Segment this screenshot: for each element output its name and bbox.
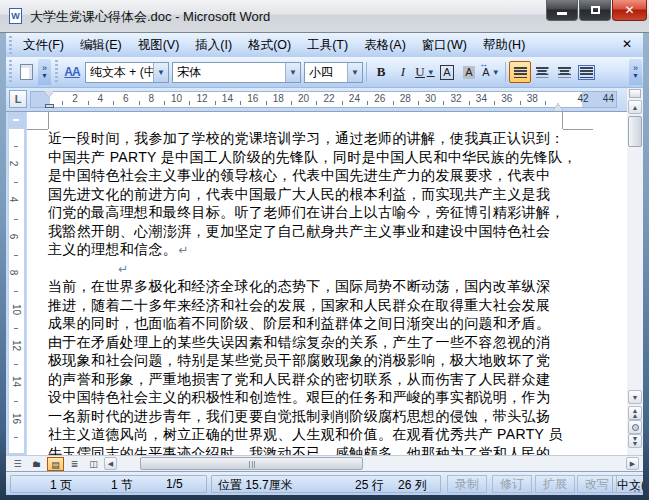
status-mode-1[interactable]: 修订 xyxy=(492,475,532,493)
character-shading-button[interactable]: A xyxy=(458,61,480,83)
right-indent-marker[interactable] xyxy=(553,98,563,111)
menu-item[interactable]: 窗口(W) xyxy=(414,34,475,57)
toolbar-options-button[interactable]: » ▼ xyxy=(629,59,642,85)
underline-icon: U xyxy=(415,64,424,80)
menu-item[interactable]: 工具(T) xyxy=(299,34,356,57)
document-line[interactable]: 的声誉和形象，严重地损害了党和人民群众的密切联系，从而伤害了人民群众建 xyxy=(48,370,550,389)
line-text: 主义的理想和信念。 xyxy=(48,241,177,257)
close-document-icon[interactable]: ✕ xyxy=(619,37,635,51)
menu-item[interactable]: 插入(I) xyxy=(187,34,240,57)
font-size-value: 小四 xyxy=(305,64,347,81)
styles-and-formatting-button[interactable]: AA xyxy=(61,61,83,83)
document-line[interactable]: 成果的同时，也面临着不同阶级、阶层和利益群体之间日渐突出的问题和矛盾。 xyxy=(48,314,550,333)
document-line[interactable]: ↵ xyxy=(117,259,128,278)
underline-button[interactable]: U ▼ xyxy=(414,61,436,83)
document-line[interactable]: 是中国特色社会主义事业的领导核心，代表中国先进生产力的发展要求，代表中 xyxy=(48,166,550,185)
ruler-number: 22 xyxy=(323,93,334,104)
ruler-row: L 24681012141618202224262830323436384244 xyxy=(6,88,643,111)
menu-item[interactable]: 编辑(E) xyxy=(72,34,130,57)
outline-view-button[interactable]: ≣ xyxy=(66,457,83,471)
document-line[interactable]: 近一段时间，我参加了学校的党课培训学习，通过老师的讲解，使我真正认识到： xyxy=(48,129,565,148)
font-size-combobox[interactable]: 小四 ▼ xyxy=(304,62,363,83)
align-left-button[interactable] xyxy=(509,61,531,83)
ruler-tick xyxy=(14,146,18,147)
document-line[interactable]: 中国共产 PARTY 是中国工人阶级的先锋队，同时是中国人民和中华民族的先锋队， xyxy=(48,148,577,167)
print-layout-view-button[interactable]: ▤ xyxy=(47,457,64,471)
dropdown-arrow-icon[interactable]: ▼ xyxy=(153,63,168,82)
menu-item[interactable]: 视图(V) xyxy=(130,34,188,57)
split-handle[interactable] xyxy=(629,89,641,98)
previous-page-button[interactable]: ▲▲ xyxy=(628,406,642,420)
maximize-button[interactable] xyxy=(579,0,611,21)
toolbar-options-button[interactable]: » ▼ xyxy=(38,59,51,85)
chevron-right-icon: » xyxy=(42,65,47,72)
status-mode-3[interactable]: 改写 xyxy=(577,475,617,493)
reading-layout-view-button[interactable]: ◫ xyxy=(85,457,102,471)
toolbar-grip[interactable] xyxy=(54,60,59,84)
scroll-down-button[interactable]: ▼ xyxy=(628,390,642,404)
ruler-tick xyxy=(469,101,470,105)
font-combobox[interactable]: 宋体 ▼ xyxy=(172,62,301,83)
browse-object-icon xyxy=(632,424,639,431)
dropdown-arrow-icon[interactable]: ▼ xyxy=(427,68,435,77)
select-browse-object-button[interactable] xyxy=(628,420,642,434)
horizontal-scrollbar-row: ☰ 🖿 ▤ ≣ ◫ ◀ ▶ xyxy=(6,455,643,471)
left-indent-marker[interactable] xyxy=(45,104,54,108)
align-right-button[interactable] xyxy=(553,61,575,83)
horizontal-scroll-thumb[interactable] xyxy=(140,457,363,470)
menu-item[interactable]: 表格(A) xyxy=(356,34,414,57)
character-border-button[interactable]: A xyxy=(436,61,458,83)
vertical-scroll-thumb[interactable] xyxy=(628,116,642,147)
style-combobox[interactable]: 纯文本 + (中 ▼ xyxy=(85,62,169,83)
character-scaling-button[interactable]: ↔A ▼ xyxy=(480,61,502,83)
normal-view-button[interactable]: ☰ xyxy=(9,457,26,471)
dropdown-arrow-icon[interactable]: ▼ xyxy=(285,63,300,82)
document-line[interactable]: 设中国特色社会主义的积极性和创造性。艰巨的任务和严峻的事实都说明，作为 xyxy=(48,388,550,407)
document-line[interactable]: 由于在矛盾处理上的某些失误因素和错综复杂的关系，产生了一些不容忽视的消 xyxy=(48,333,550,352)
document-page[interactable]: 近一段时间，我参加了学校的党课培训学习，通过老师的讲解，使我真正认识到：中国共产… xyxy=(27,112,627,455)
document-line[interactable]: 国先进文化的前进方向，代表中国最广大人民的根本利益，而实现共产主义是我 xyxy=(48,185,550,204)
minimize-button[interactable] xyxy=(546,0,578,21)
status-mode-2[interactable]: 扩展 xyxy=(535,475,575,493)
maximize-icon xyxy=(591,6,600,14)
menu-item[interactable]: 文件(F) xyxy=(15,34,72,57)
ruler-number: 28 xyxy=(400,93,411,104)
web-layout-view-button[interactable]: 🖿 xyxy=(28,457,45,471)
document-line[interactable]: 极现象和社会问题，特别是某些党员干部腐败现象的消极影响，极大地败坏了党 xyxy=(48,351,550,370)
toolbar-grip[interactable] xyxy=(8,36,13,54)
distribute-button[interactable] xyxy=(575,61,597,83)
menu-item[interactable]: 帮助(H) xyxy=(475,34,533,57)
window-title: 大学生党课心得体会.doc - Microsoft Word xyxy=(30,8,270,26)
vertical-scrollbar[interactable]: ▲ ▼ ▲▲ ▼▼ xyxy=(627,88,643,455)
align-center-button[interactable] xyxy=(531,61,553,83)
toolbar-grip[interactable] xyxy=(8,60,13,84)
ruler-number: 4 xyxy=(8,197,19,203)
close-button[interactable]: ✕ xyxy=(612,0,647,21)
dropdown-arrow-icon[interactable]: ▼ xyxy=(347,63,362,82)
document-line[interactable]: 主义的理想和信念。↵ xyxy=(48,240,189,259)
dropdown-arrow-icon[interactable]: ▼ xyxy=(492,68,500,77)
resize-grip-icon[interactable] xyxy=(631,483,641,493)
title-bar: W 大学生党课心得体会.doc - Microsoft Word ✕ xyxy=(0,0,649,33)
document-line[interactable]: 社主义道德风尚，树立正确的世界观、人生观和价值。在观看优秀共产 PARTY 员 xyxy=(48,425,563,444)
document-line[interactable]: 们党的最高理想和最终目标。听了老师们在讲台上以古喻今，旁征博引精彩讲解， xyxy=(48,203,565,222)
document-line[interactable]: 当前，在世界多极化和经济全球化的态势下，国际局势不断动荡，国内改革纵深 xyxy=(48,277,550,296)
scroll-up-button[interactable]: ▲ xyxy=(628,100,642,114)
horizontal-ruler[interactable]: 24681012141618202224262830323436384244 xyxy=(30,91,617,108)
new-document-button[interactable] xyxy=(15,61,37,83)
document-line[interactable]: 一名新时代的进步青年，我们更要自觉抵制剥削阶级腐朽思想的侵蚀，带头弘扬 xyxy=(48,407,550,426)
document-line[interactable]: 牛玉儒同志的生平事迹介绍时，我激动不已，感触颇多，他那种为了党和人民的 xyxy=(48,444,550,456)
scroll-left-button[interactable]: ◀ xyxy=(104,457,117,470)
ruler-tick xyxy=(443,101,444,105)
menu-item[interactable]: 格式(O) xyxy=(240,34,299,57)
document-line[interactable]: 推进，随着二十多年来经济和社会的发展，国家和人民群众在取得重大社会发展 xyxy=(48,296,550,315)
document-line[interactable]: 我豁然开朗、心潮澎湃，更加坚定了自己献身共产主义事业和建设中国特色社会 xyxy=(48,222,550,241)
italic-button[interactable]: I xyxy=(392,61,414,83)
status-mode-0[interactable]: 录制 xyxy=(447,475,487,493)
bold-button[interactable]: B xyxy=(370,61,392,83)
next-page-button[interactable]: ▼▼ xyxy=(628,434,642,448)
vertical-ruler[interactable]: 246810121416 xyxy=(8,112,26,455)
scroll-right-button[interactable]: ▶ xyxy=(626,457,639,470)
paragraph-mark: ↵ xyxy=(118,262,128,276)
tab-selector-button[interactable]: L xyxy=(9,90,27,108)
